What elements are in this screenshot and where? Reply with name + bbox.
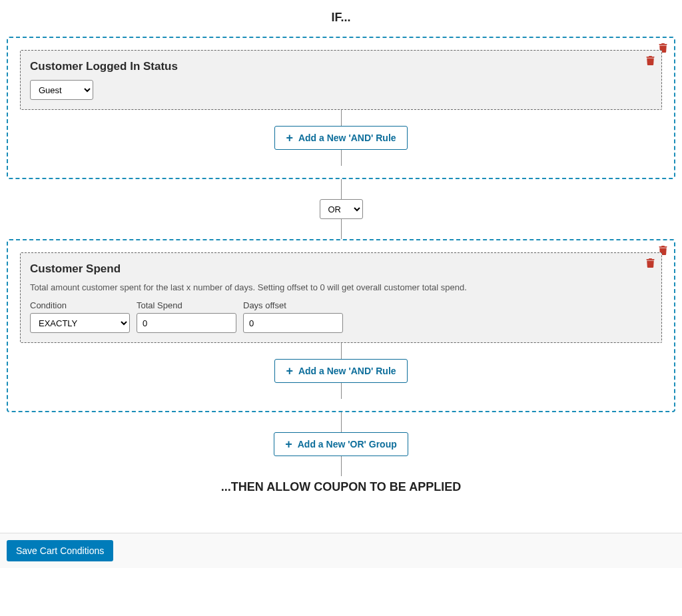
connector-line [341,110,342,126]
add-and-rule-button[interactable]: + Add a New 'AND' Rule [274,359,407,383]
rule-card: Customer Spend Total amount customer spe… [20,252,662,343]
add-and-label: Add a New 'AND' Rule [298,133,396,143]
connector-line [341,219,342,239]
logic-operator-select[interactable]: OR [320,199,363,219]
if-heading: IF... [7,11,675,25]
plus-icon: + [285,438,292,450]
rule-title: Customer Spend [30,262,652,276]
connector-line [341,343,342,359]
rule-group: Customer Logged In Status Guest + Add a … [7,37,675,179]
field-label-condition: Condition [30,300,130,310]
connector-line [341,412,342,432]
connector-line [341,383,342,399]
connector-line [341,179,342,199]
field-label-days-offset: Days offset [243,300,343,310]
footer-bar: Save Cart Conditions [0,533,682,568]
connector-line [341,150,342,166]
then-heading: ...THEN ALLOW COUPON TO BE APPLIED [7,480,675,494]
add-and-label: Add a New 'AND' Rule [298,366,396,376]
field-label-total-spend: Total Spend [137,300,236,310]
rule-group: Customer Spend Total amount customer spe… [7,239,675,412]
plus-icon: + [286,365,293,377]
logged-in-status-select[interactable]: Guest [30,80,93,100]
delete-rule-icon[interactable] [646,258,655,268]
rule-title: Customer Logged In Status [30,60,652,73]
rule-card: Customer Logged In Status Guest [20,50,662,110]
condition-select[interactable]: EXACTLY [30,313,130,333]
plus-icon: + [286,132,293,144]
rule-description: Total amount customer spent for the last… [30,282,652,292]
add-or-label: Add a New 'OR' Group [298,439,397,450]
delete-rule-icon[interactable] [646,56,655,65]
save-cart-conditions-button[interactable]: Save Cart Conditions [7,540,113,561]
add-or-group-button[interactable]: + Add a New 'OR' Group [274,432,408,456]
days-offset-input[interactable] [243,313,343,333]
total-spend-input[interactable] [137,313,236,333]
connector-line [341,456,342,476]
add-and-rule-button[interactable]: + Add a New 'AND' Rule [274,126,407,150]
